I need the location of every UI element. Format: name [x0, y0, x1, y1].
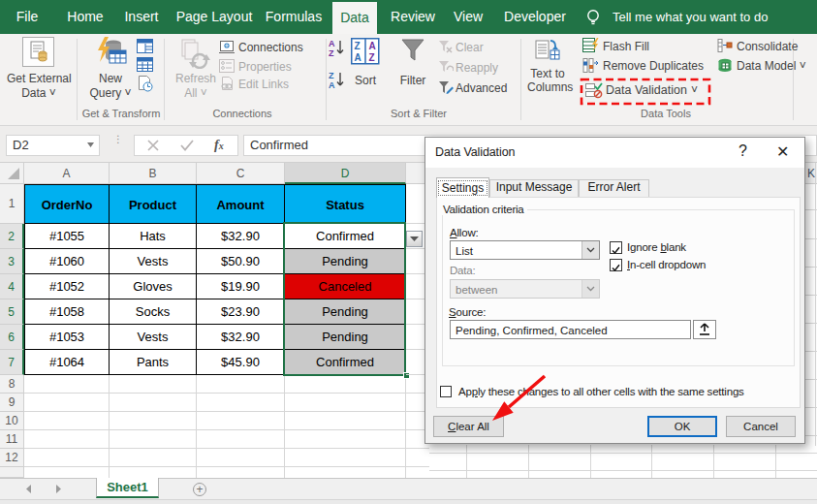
svg-text:Z: Z: [355, 41, 361, 51]
svg-text:A: A: [329, 80, 335, 89]
svg-text:A: A: [369, 41, 376, 51]
svg-text:A: A: [355, 52, 361, 63]
svg-text:Z: Z: [329, 48, 334, 57]
svg-text:Z: Z: [329, 71, 334, 80]
svg-text:A: A: [329, 39, 335, 48]
svg-text:Z: Z: [369, 52, 375, 63]
